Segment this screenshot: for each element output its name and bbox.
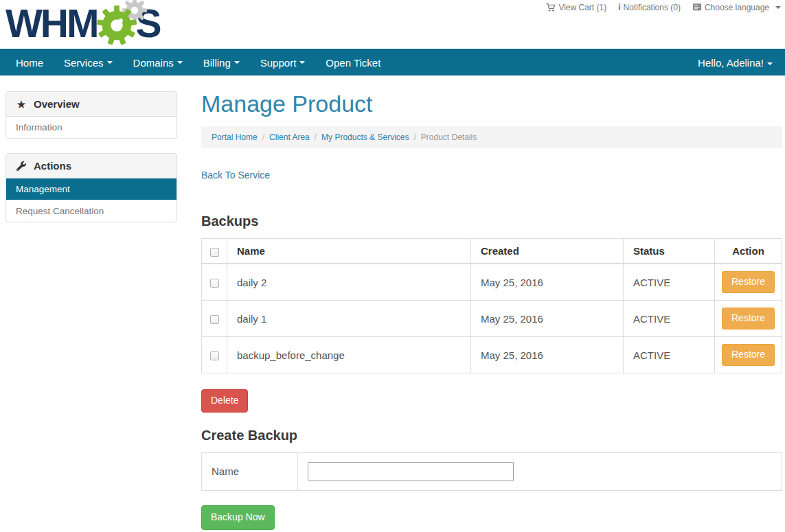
backups-table: Name Created Status Action daily 2May 25…: [201, 238, 782, 373]
backup-status: ACTIVE: [624, 337, 715, 373]
view-cart-label: View Cart (1): [558, 3, 606, 12]
restore-button[interactable]: Restore: [722, 308, 775, 329]
choose-language-link[interactable]: Choose language: [692, 3, 781, 12]
account-menu[interactable]: Hello, Adelina!: [698, 57, 773, 69]
sidebar-item-request-cancellation[interactable]: Request Cancellation: [6, 200, 177, 222]
sidebar-panel-overview: ★OverviewInformation: [5, 91, 177, 139]
row-checkbox[interactable]: [210, 279, 219, 288]
sidebar-item-information[interactable]: Information: [6, 117, 177, 138]
backup-name-label: Name: [202, 452, 298, 490]
nav-item-open-ticket[interactable]: Open Ticket: [315, 49, 391, 76]
nav-item-billing[interactable]: Billing: [193, 49, 250, 76]
backup-created: May 25, 2016: [471, 301, 624, 337]
nav-item-support[interactable]: Support: [250, 49, 316, 76]
choose-language-label: Choose language: [705, 3, 769, 12]
sidebar: ★OverviewInformationActionsManagementReq…: [5, 91, 177, 237]
nav-item-home[interactable]: Home: [5, 49, 54, 76]
sidebar-panel-header: Actions: [6, 154, 177, 178]
sidebar-panel-header: ★Overview: [6, 92, 177, 117]
create-backup-table: Name: [201, 452, 782, 491]
backup-created: May 25, 2016: [471, 264, 624, 300]
nav-item-domains[interactable]: Domains: [123, 49, 193, 76]
delete-button[interactable]: Delete: [201, 389, 248, 413]
breadcrumb-separator: /: [413, 132, 416, 142]
sidebar-panel-title: Actions: [34, 160, 71, 172]
back-to-service-link[interactable]: Back To Service: [201, 170, 270, 181]
notifications-link[interactable]: i Notifications (0): [618, 2, 681, 12]
breadcrumb-item-portal-home[interactable]: Portal Home: [212, 132, 258, 142]
sidebar-panel-actions: ActionsManagementRequest Cancellation: [5, 153, 177, 222]
table-row: backup_before_changeMay 25, 2016ACTIVERe…: [202, 337, 782, 373]
create-backup-heading: Create Backup: [201, 428, 782, 443]
cart-icon: [546, 3, 556, 12]
main-navbar: HomeServicesDomainsBillingSupportOpen Ti…: [0, 49, 785, 76]
gear-icon: [95, 4, 138, 47]
backup-status: ACTIVE: [624, 264, 715, 300]
breadcrumb: Portal Home/Client Area/My Products & Se…: [201, 126, 782, 148]
column-header-created: Created: [471, 239, 624, 264]
notifications-label: Notifications (0): [624, 3, 681, 12]
top-header: WHM S: [0, 0, 785, 49]
whmcs-logo[interactable]: WHM S: [5, 1, 159, 45]
backup-status: ACTIVE: [624, 301, 715, 337]
backup-name: daily 2: [227, 264, 471, 300]
column-header-name: Name: [227, 239, 471, 264]
table-row: daily 1May 25, 2016ACTIVERestore: [202, 301, 782, 337]
logo-text-whm: WHM: [5, 1, 97, 45]
topbar-links: View Cart (1) i Notifications (0) Choose…: [546, 2, 781, 12]
backups-heading: Backups: [201, 213, 782, 229]
breadcrumb-separator: /: [315, 132, 317, 142]
backups-header-row: Name Created Status Action: [202, 239, 782, 264]
restore-button[interactable]: Restore: [722, 344, 775, 366]
logo-gears: [95, 1, 138, 45]
chevron-down-icon: [177, 61, 183, 64]
view-cart-link[interactable]: View Cart (1): [546, 3, 606, 12]
backup-now-button[interactable]: Backup Now: [201, 505, 275, 530]
breadcrumb-separator: /: [262, 132, 264, 142]
main-content: Manage Product Portal Home/Client Area/M…: [201, 91, 782, 532]
backup-created: May 25, 2016: [471, 337, 624, 373]
greeting-label: Hello, Adelina!: [698, 57, 764, 69]
page-title: Manage Product: [201, 91, 782, 117]
backup-name-input[interactable]: [308, 462, 514, 481]
language-icon: [692, 3, 702, 12]
backup-name: backup_before_change: [227, 337, 471, 373]
restore-button[interactable]: Restore: [722, 271, 775, 293]
breadcrumb-item-my-products-services[interactable]: My Products & Services: [321, 132, 409, 142]
breadcrumb-item-client-area[interactable]: Client Area: [269, 132, 310, 142]
column-header-action: Action: [715, 239, 782, 264]
sidebar-panel-title: Overview: [34, 98, 80, 110]
chevron-down-icon: [299, 61, 305, 64]
info-icon: i: [618, 2, 620, 12]
chevron-down-icon: [107, 61, 113, 64]
row-checkbox[interactable]: [210, 351, 219, 360]
chevron-down-icon: [234, 61, 240, 64]
column-header-status: Status: [624, 239, 715, 264]
wrench-icon: [16, 161, 27, 171]
nav-item-services[interactable]: Services: [54, 49, 123, 76]
chevron-down-icon: [767, 62, 773, 65]
row-checkbox[interactable]: [210, 315, 219, 324]
nav-items: HomeServicesDomainsBillingSupportOpen Ti…: [5, 49, 391, 76]
select-all-checkbox[interactable]: [210, 248, 219, 257]
table-row: daily 2May 25, 2016ACTIVERestore: [202, 264, 782, 300]
backup-name: daily 1: [227, 301, 471, 337]
breadcrumb-item-product-details: Product Details: [421, 132, 477, 142]
star-icon: ★: [16, 99, 27, 110]
chevron-down-icon: [775, 6, 781, 9]
sidebar-item-management[interactable]: Management: [6, 178, 177, 200]
